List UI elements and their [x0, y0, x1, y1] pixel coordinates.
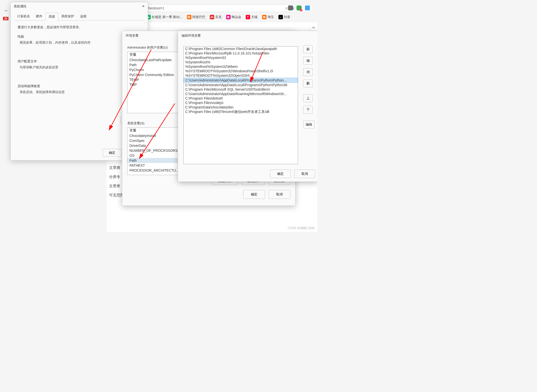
up-button[interactable]: 上	[303, 94, 313, 102]
path-item[interactable]: C:\Program Files\Microsoft SQL Server\15…	[184, 87, 298, 92]
jd-bookmark-icon[interactable]: JD	[3, 17, 8, 20]
ok-button[interactable]: 确定	[243, 190, 265, 199]
side-toolbar: ✂	[310, 24, 317, 31]
address-bar[interactable]: checkout=1 ⎚ ⊞ A⁺ ☆	[144, 4, 312, 12]
path-item[interactable]: C:\Program Files\Microsoft\jdk-11.0.16.1…	[184, 51, 298, 55]
tab-hardware[interactable]: 硬件	[33, 13, 45, 20]
address-text: checkout=1	[147, 6, 164, 10]
bookmark-item[interactable]: JD京东	[210, 15, 222, 19]
scissors-icon[interactable]: ✂	[312, 26, 315, 29]
path-item[interactable]: %SYSTEMROOT%\System32\OpenSSH\	[184, 73, 298, 78]
path-item[interactable]: %SYSTEMROOT%\System32\WindowsPowerShell\…	[184, 69, 298, 73]
path-item[interactable]: C:\ProgramData\chocolatey\bin	[184, 105, 298, 109]
bookmark-item[interactable]: ▶长相思 第一季 第02...	[146, 15, 182, 19]
path-item[interactable]: C:\Program Files (x86)\Common Files\Orac…	[184, 47, 298, 51]
path-item[interactable]: C:\Users\Administrator\AppData\Local\Pro…	[184, 83, 298, 87]
tab-system-protection[interactable]: 系统保护	[58, 13, 77, 20]
edit-env-variable-dialog: 编辑环境变量 C:\Program Files (x86)\Common Fil…	[178, 31, 317, 182]
tab-computer-name[interactable]: 计算机名	[14, 13, 33, 20]
browse-button[interactable]: 浏	[303, 68, 313, 76]
back-button[interactable]: ←	[4, 7, 9, 14]
dialog-title: 编辑环境变量	[178, 31, 317, 40]
extension-icon-1[interactable]	[288, 5, 293, 10]
cancel-button[interactable]: 取消	[268, 190, 290, 199]
ok-button[interactable]: 确定	[270, 170, 291, 178]
extension-icon-3[interactable]	[305, 5, 310, 10]
path-item[interactable]: C:\Program Files (x86)\Tencent\微信web开发者工…	[184, 109, 298, 114]
bookmark-item[interactable]: 唯唯品会	[226, 15, 241, 19]
ok-button[interactable]: 确定	[103, 149, 121, 157]
bookmark-item[interactable]: ♪抖音	[278, 15, 290, 19]
tabs: 计算机名 硬件 高级 系统保护 远程	[14, 13, 144, 21]
path-item[interactable]: %SystemRoot%\System32\Wbem	[184, 64, 298, 69]
watermark: CSDN @微醺已着枚	[288, 226, 315, 230]
tab-advanced[interactable]: 高级	[45, 13, 58, 21]
extension-icon-2[interactable]: 2	[297, 5, 301, 10]
delete-button[interactable]: 删	[303, 79, 313, 87]
new-button[interactable]: 新	[303, 45, 313, 53]
path-entries-list[interactable]: C:\Program Files (x86)\Common Files\Orac…	[183, 46, 298, 164]
cancel-button[interactable]: 取消	[294, 170, 315, 178]
path-item[interactable]: %SystemRoot%	[184, 60, 298, 64]
down-button[interactable]: 下	[303, 106, 313, 114]
dialog-title: 系统属性	[14, 4, 27, 9]
devices-icon[interactable]: ⎚	[286, 6, 288, 10]
path-item[interactable]: C:\Program Files\nodejs\	[184, 101, 298, 105]
path-item[interactable]: C:\Users\Administrator\AppData\Roaming\M…	[184, 92, 298, 96]
path-item[interactable]: C:\Program Files\dotnet\	[184, 96, 298, 101]
bookmark-item[interactable]: T天猫	[246, 15, 258, 19]
edit-text-button[interactable]: 编辑	[303, 121, 315, 129]
bookmark-item[interactable]: 阿阿里巴巴	[187, 15, 205, 19]
close-icon[interactable]: ✕	[142, 4, 145, 9]
admin-note: 要进行大多数更改，您必须作为管理员登录。	[18, 25, 141, 29]
tab-remote[interactable]: 远程	[77, 13, 90, 20]
bookmarks-bar: ▶长相思 第一季 第02... 阿阿里巴巴 JD京东 唯唯品会 T天猫 淘淘宝 …	[146, 15, 290, 19]
edit-button[interactable]: 编	[303, 57, 313, 65]
path-item[interactable]: %SystemRoot%\system32	[184, 55, 298, 60]
path-item-selected[interactable]: C:\Users\Administrator\AppData\Local\Pro…	[184, 78, 298, 83]
bookmark-item[interactable]: 淘淘宝	[262, 15, 274, 19]
